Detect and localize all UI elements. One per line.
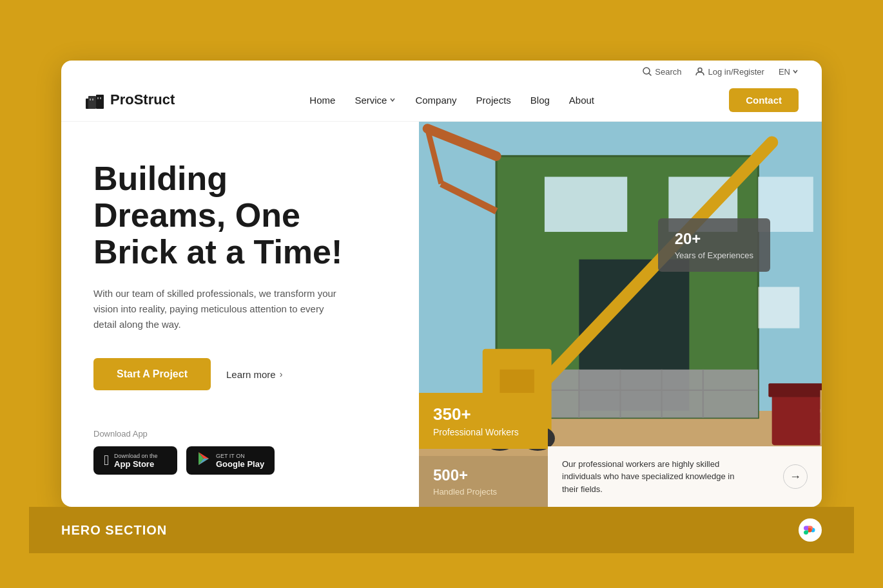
hero-subtext: With our team of skilled professionals, … — [93, 286, 338, 332]
svg-rect-6 — [90, 99, 91, 100]
svg-rect-38 — [772, 390, 822, 446]
stat-projects: 500+ Handled Projects — [419, 456, 548, 507]
navbar: ProStruct Home Service Company Projects … — [61, 77, 822, 122]
svg-rect-7 — [92, 99, 93, 100]
hero-heading: Building Dreams, One Brick at a Time! — [93, 160, 387, 271]
hero-content: Building Dreams, One Brick at a Time! Wi… — [61, 122, 419, 507]
logo[interactable]: ProStruct — [84, 90, 175, 110]
stat-workers: 350+ Professional Workers — [419, 393, 548, 449]
top-utils-bar: Search Log in/Register EN — [61, 61, 822, 77]
user-icon — [695, 67, 704, 76]
figma-logo-icon — [804, 524, 817, 536]
bottom-bar: HERO SECTION — [29, 507, 854, 553]
svg-rect-4 — [88, 96, 96, 109]
nav-service[interactable]: Service — [354, 95, 396, 106]
stat-experience: 20+ Years of Experiences — [658, 218, 770, 272]
experience-number: 20+ — [675, 230, 753, 248]
svg-rect-8 — [97, 97, 99, 99]
arrow-right-icon: → — [790, 470, 801, 484]
nav-company[interactable]: Company — [415, 95, 456, 106]
appstore-button[interactable]:  Download on the App Store — [93, 446, 177, 475]
search-util[interactable]: Search — [643, 67, 681, 77]
nav-home[interactable]: Home — [309, 95, 335, 106]
bottom-bar-label: HERO SECTION — [61, 523, 167, 538]
store-buttons-group:  Download on the App Store — [93, 446, 387, 475]
svg-rect-39 — [768, 383, 822, 397]
logo-icon — [84, 90, 105, 110]
svg-rect-19 — [545, 176, 627, 232]
svg-rect-9 — [100, 97, 101, 99]
google-play-icon — [197, 451, 211, 469]
download-app-section: Download App  Download on the App Store — [93, 429, 387, 475]
workers-label: Professional Workers — [433, 427, 534, 437]
language-selector[interactable]: EN — [779, 67, 799, 77]
hero-section: Building Dreams, One Brick at a Time! Wi… — [61, 122, 822, 507]
svg-point-2 — [698, 68, 702, 72]
download-label: Download App — [93, 429, 387, 439]
hero-cta-group: Start A Project Learn more › — [93, 358, 387, 390]
learn-more-button[interactable]: Learn more › — [226, 369, 282, 380]
svg-rect-5 — [96, 95, 104, 109]
svg-line-1 — [649, 73, 651, 75]
arrow-right-icon: › — [280, 369, 283, 379]
nav-blog[interactable]: Blog — [530, 95, 550, 106]
projects-label: Handled Projects — [433, 487, 534, 497]
nav-projects[interactable]: Projects — [476, 95, 511, 106]
contact-button[interactable]: Contact — [729, 88, 799, 112]
stat-desc-text: Our professional workers are highly skil… — [562, 458, 742, 496]
apple-icon:  — [104, 452, 109, 469]
projects-number: 500+ — [433, 466, 534, 484]
search-icon — [643, 67, 652, 76]
stat-arrow-button[interactable]: → — [783, 464, 808, 489]
nav-links: Home Service Company Projects Blog About — [309, 95, 594, 106]
workers-number: 350+ — [433, 404, 534, 424]
login-util[interactable]: Log in/Register — [695, 67, 764, 77]
hero-image-area: 20+ Years of Experiences 350+ Profession… — [419, 122, 822, 507]
figma-icon — [799, 518, 822, 542]
svg-rect-44 — [758, 287, 799, 328]
chevron-down-icon — [389, 97, 396, 103]
experience-label: Years of Experiences — [675, 251, 753, 260]
chevron-down-icon — [792, 68, 799, 75]
start-project-button[interactable]: Start A Project — [93, 358, 211, 390]
stat-description: Our professional workers are highly skil… — [548, 446, 822, 507]
googleplay-button[interactable]: GET IT ON Google Play — [186, 446, 275, 475]
nav-about[interactable]: About — [569, 95, 594, 106]
